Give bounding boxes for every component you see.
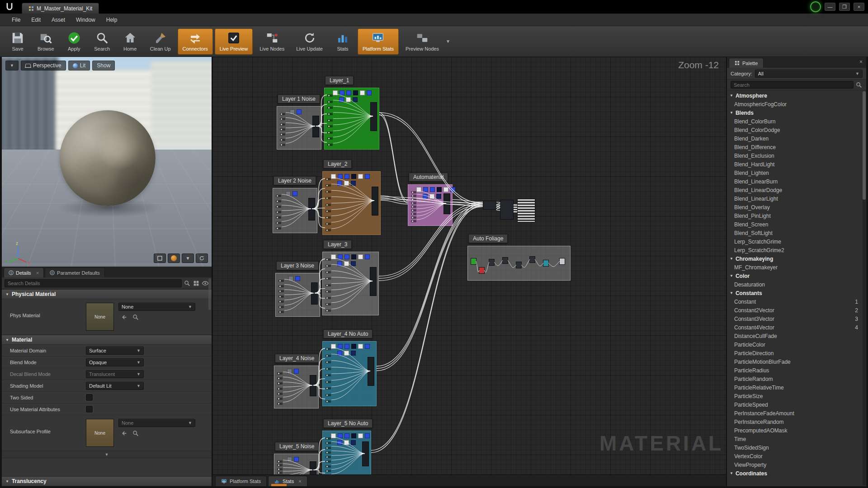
menu-asset[interactable]: Asset: [47, 15, 70, 25]
category-select[interactable]: All▼: [755, 70, 863, 78]
comment-label-layer1[interactable]: Layer_1: [325, 76, 354, 85]
node-out_b[interactable]: [500, 200, 514, 220]
minimize-button[interactable]: —: [825, 3, 835, 11]
palette-item-lerp-scratchgrime[interactable]: Lerp_ScratchGrime: [727, 237, 866, 246]
toolbar-home-button[interactable]: Home: [117, 28, 143, 55]
section-physical-material[interactable]: ▼ Physical Material: [2, 289, 212, 299]
search-details-input[interactable]: [5, 279, 182, 287]
palette-item-atmosphericfogcolor[interactable]: AtmosphericFogColor: [727, 100, 866, 108]
viewport-cycle-button[interactable]: [196, 253, 208, 263]
palette-item-blend-screen[interactable]: Blend_Screen: [727, 220, 866, 229]
palette-search-input[interactable]: [731, 81, 854, 89]
viewport-options-button[interactable]: ▼: [5, 61, 19, 70]
palette-item-blend-colorburn[interactable]: Blend_ColorBurn: [727, 117, 866, 126]
node-group-layer1_noise[interactable]: [277, 106, 321, 150]
palette-item-time[interactable]: Time: [727, 435, 866, 443]
comment-label-layer2_noise[interactable]: Layer 2 Noise: [274, 176, 316, 185]
tab-details[interactable]: Details ×: [4, 267, 44, 277]
close-button[interactable]: ×: [854, 3, 864, 11]
palette-item-particledirection[interactable]: ParticleDirection: [727, 349, 866, 357]
toolbar-clean-up-button[interactable]: Clean Up: [145, 28, 176, 55]
shading-model-select[interactable]: Default Lit▼: [86, 382, 144, 390]
lit-button[interactable]: Lit: [68, 61, 90, 70]
phys-material-select[interactable]: None▼: [118, 303, 195, 311]
node-out_a[interactable]: [483, 201, 496, 210]
palette-item-blend-softlight[interactable]: Blend_SoftLight: [727, 229, 866, 237]
toolbar-preview-nodes-button[interactable]: Preview Nodes: [401, 28, 444, 55]
advanced-expander[interactable]: ▼: [2, 451, 212, 458]
use-material-attributes-checkbox[interactable]: [86, 406, 93, 413]
viewport-dropdown-button[interactable]: ▼: [182, 253, 194, 263]
palette-category-atmosphere[interactable]: ▼Atmosphere: [727, 91, 866, 100]
close-icon[interactable]: ×: [298, 479, 301, 484]
toolbar-live-update-button[interactable]: Live Update: [291, 28, 328, 55]
palette-item-particlerandom[interactable]: ParticleRandom: [727, 375, 866, 383]
maximize-button[interactable]: ❒: [839, 3, 850, 11]
palette-item-particlerelativetime[interactable]: ParticleRelativeTime: [727, 383, 866, 392]
toolbar-live-nodes-button[interactable]: Live Nodes: [255, 28, 289, 55]
node-group-layer5_noise[interactable]: [274, 454, 319, 474]
document-tab[interactable]: M_Master_Material_Kit: [22, 3, 99, 14]
node-group-layer3_noise[interactable]: [275, 273, 320, 317]
comment-label-layer1_noise[interactable]: Layer 1 Noise: [278, 94, 320, 103]
comment-label-layer2[interactable]: Layer_2: [323, 160, 352, 169]
toolbar-search-button[interactable]: Search: [89, 28, 115, 55]
palette-item-mf-chromakeyer[interactable]: MF_Chromakeyer: [727, 263, 866, 272]
viewport-orbit-button[interactable]: [168, 253, 180, 263]
node-group-layer3[interactable]: [322, 252, 379, 315]
comment-label-layer3_noise[interactable]: Layer 3 Noise: [276, 261, 319, 270]
palette-item-particleradius[interactable]: ParticleRadius: [727, 366, 866, 375]
details-scrollbar[interactable]: [208, 278, 211, 310]
toolbar-connectors-button[interactable]: Connectors: [178, 28, 213, 55]
palette-item-blend-linearlight[interactable]: Blend_LinearLight: [727, 194, 866, 203]
chevron-down-icon[interactable]: ▼: [446, 39, 450, 44]
palette-category-coordinates[interactable]: ▼Coordinates: [727, 469, 866, 478]
comment-label-layer3[interactable]: Layer_3: [323, 240, 352, 249]
palette-item-blend-pinlight[interactable]: Blend_PinLight: [727, 211, 866, 220]
toolbar-apply-button[interactable]: Apply: [61, 28, 87, 55]
view-options-eye-icon[interactable]: [202, 280, 209, 287]
node-group-automaterial[interactable]: [408, 184, 453, 226]
palette-category-blends[interactable]: ▼Blends: [727, 108, 866, 117]
palette-item-vertexcolor[interactable]: VertexColor: [727, 452, 866, 460]
viewport-frame-button[interactable]: [154, 253, 166, 263]
node-group-layer2[interactable]: [322, 171, 381, 235]
palette-item-constant2vector[interactable]: Constant2Vector2: [727, 306, 866, 314]
palette-item-blend-hardlight[interactable]: Blend_HardLight: [727, 160, 866, 169]
palette-item-perinstancefadeamount[interactable]: PerInstanceFadeAmount: [727, 409, 866, 418]
browse-asset-icon[interactable]: [132, 430, 139, 437]
preview-viewport[interactable]: ▼ Perspective Lit Show: [2, 57, 212, 267]
section-translucency[interactable]: ▼ Translucency: [2, 476, 212, 486]
palette-item-blend-linearburn[interactable]: Blend_LinearBurn: [727, 177, 866, 186]
tab-platform-stats[interactable]: Platform Stats: [215, 476, 267, 486]
material-domain-select[interactable]: Surface▼: [86, 347, 144, 355]
palette-item-blend-overlay[interactable]: Blend_Overlay: [727, 203, 866, 211]
palette-item-constant3vector[interactable]: Constant3Vector3: [727, 314, 866, 323]
palette-item-constant4vector[interactable]: Constant4Vector4: [727, 323, 866, 332]
palette-item-blend-colordodge[interactable]: Blend_ColorDodge: [727, 126, 866, 134]
show-button[interactable]: Show: [92, 61, 115, 70]
palette-item-particlesize[interactable]: ParticleSize: [727, 392, 866, 400]
node-group-layer4[interactable]: [322, 341, 377, 406]
comment-label-autofoliage[interactable]: Auto Foliage: [468, 234, 508, 243]
grid-view-icon[interactable]: [193, 280, 200, 287]
node-group-autofoliage[interactable]: [467, 246, 571, 281]
palette-item-blend-lineardodge[interactable]: Blend_LinearDodge: [727, 186, 866, 194]
tab-palette[interactable]: Palette: [729, 58, 764, 68]
palette-item-blend-difference[interactable]: Blend_Difference: [727, 143, 866, 151]
toolbar-platform-stats-button[interactable]: Platform Stats: [358, 28, 399, 55]
palette-category-constants[interactable]: ▼Constants: [727, 289, 866, 297]
node-group-layer1[interactable]: [324, 88, 379, 150]
section-material[interactable]: ▼ Material: [2, 335, 212, 345]
unreal-status-badge-icon[interactable]: [810, 1, 821, 12]
palette-item-constant[interactable]: Constant1: [727, 297, 866, 306]
node-group-layer2_noise[interactable]: [273, 188, 317, 233]
palette-item-distancecullfade[interactable]: DistanceCullFade: [727, 332, 866, 340]
comment-label-automaterial[interactable]: Automaterial: [409, 173, 448, 182]
use-selected-asset-icon[interactable]: [120, 430, 127, 437]
material-graph-canvas[interactable]: Zoom -12 MATERIAL Layer 1 NoiseLayer_1La…: [212, 57, 726, 474]
palette-item-blend-darken[interactable]: Blend_Darken: [727, 134, 866, 143]
palette-item-particlespeed[interactable]: ParticleSpeed: [727, 400, 866, 409]
node-out_c[interactable]: [517, 199, 535, 222]
palette-category-chromakeying[interactable]: ▼Chromakeying: [727, 254, 866, 263]
